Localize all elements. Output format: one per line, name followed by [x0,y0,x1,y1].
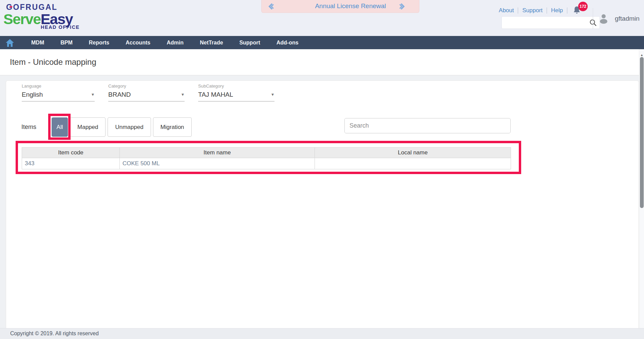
subcategory-dropdown[interactable]: SubCategory TAJ MAHAL ▾ [198,83,274,101]
nav-item-admin[interactable]: Admin [158,36,192,49]
nav-item-support[interactable]: Support [231,36,268,49]
logo-tagline: HEAD OFFICE [41,24,80,30]
username-label: gftadmin [615,15,640,22]
page-title-bar: Item - Unicode mapping [0,49,644,75]
chevron-down-icon: ▾ [92,92,94,97]
category-label: Category [108,83,185,89]
product-name-part1: Serve [3,11,41,27]
brand-logo-text: GOFRUGAL [6,3,58,12]
category-dropdown[interactable]: Category BRAND ▾ [108,83,185,101]
brand-name: GOFRUGAL [6,3,58,12]
link-separator [567,7,567,14]
main-navbar: MDM BPM Reports Accounts Admin NetTrade … [0,36,644,49]
notifications-button[interactable]: 172 [573,6,582,15]
cell-item-name: COKE 500 ML [120,158,315,169]
home-icon[interactable] [5,38,14,47]
nav-item-bpm[interactable]: BPM [52,36,81,49]
brand-g-accent [10,6,12,7]
nav-item-reports[interactable]: Reports [81,36,117,49]
items-tab-group: All Mapped Unmapped Migration [52,117,192,137]
header-links: About Support Help 172 [499,6,582,15]
chevron-down-icon: ▾ [182,92,184,97]
product-logo-text: ServeEasy [3,12,80,26]
column-header-item-name[interactable]: Item name [120,148,315,158]
vertical-scrollbar[interactable]: ▲ [639,49,644,328]
items-search-input[interactable] [345,118,510,133]
column-header-item-code[interactable]: Item code [22,148,120,158]
about-link[interactable]: About [499,7,514,14]
user-menu[interactable]: gftadmin [598,13,640,24]
help-link[interactable]: Help [551,7,563,14]
link-separator [547,7,547,14]
page-title: Item - Unicode mapping [10,57,96,67]
category-value: BRAND [108,91,131,98]
cell-local-name[interactable] [315,158,511,169]
header-search-input[interactable] [505,17,587,29]
support-link[interactable]: Support [522,7,543,14]
nav-item-mdm[interactable]: MDM [23,36,52,49]
scrollbar-thumb[interactable] [640,57,644,208]
content-card: Language English ▾ Category BRAND ▾ SubC… [6,80,639,328]
nav-item-addons[interactable]: Add-ons [268,36,307,49]
tab-unmapped[interactable]: Unmapped [108,117,151,137]
tab-mapped[interactable]: Mapped [70,117,106,137]
footer-bar: Copyright © 2019. All rights reserved [0,328,644,339]
brand-logo: GOFRUGAL ServeEasy HEAD OFFICE [3,3,80,30]
header-divider [593,8,593,29]
banner-text: Annual License Renewal [262,0,419,13]
banner-next-icon[interactable] [399,3,405,10]
search-icon[interactable] [589,19,597,26]
language-label: Language [22,83,95,89]
language-dropdown[interactable]: Language English ▾ [22,83,95,101]
license-renewal-banner: Annual License Renewal [261,0,419,13]
table-header-row: Item code Item name Local name [22,148,511,158]
column-header-local-name[interactable]: Local name [315,148,511,158]
tab-all[interactable]: All [52,117,68,137]
content-area: Language English ▾ Category BRAND ▾ SubC… [0,75,644,328]
copyright-text: Copyright © 2019. All rights reserved [10,331,99,337]
notification-count-badge: 172 [578,2,588,11]
subcategory-label: SubCategory [198,83,274,89]
items-tabs-row: Items All Mapped Unmapped Migration [21,117,192,137]
nav-item-nettrade[interactable]: NetTrade [192,36,231,49]
nav-item-accounts[interactable]: Accounts [117,36,158,49]
app-window: GOFRUGAL ServeEasy HEAD OFFICE Annual Li… [0,0,644,339]
scroll-up-icon[interactable]: ▲ [639,53,644,57]
cell-item-code: 343 [22,158,120,169]
tab-migration[interactable]: Migration [153,117,192,137]
link-separator [518,7,518,14]
items-table: Item code Item name Local name 343 COKE … [22,147,511,169]
top-header: GOFRUGAL ServeEasy HEAD OFFICE Annual Li… [0,0,644,36]
table-row[interactable]: 343 COKE 500 ML [22,158,511,169]
items-search-box [344,118,511,133]
items-label: Items [21,124,36,131]
subcategory-value: TAJ MAHAL [198,91,233,98]
language-value: English [22,91,43,98]
avatar-icon [598,13,609,24]
chevron-down-icon: ▾ [271,92,274,97]
filter-row: Language English ▾ Category BRAND ▾ SubC… [22,83,288,101]
header-search-box [501,16,600,29]
